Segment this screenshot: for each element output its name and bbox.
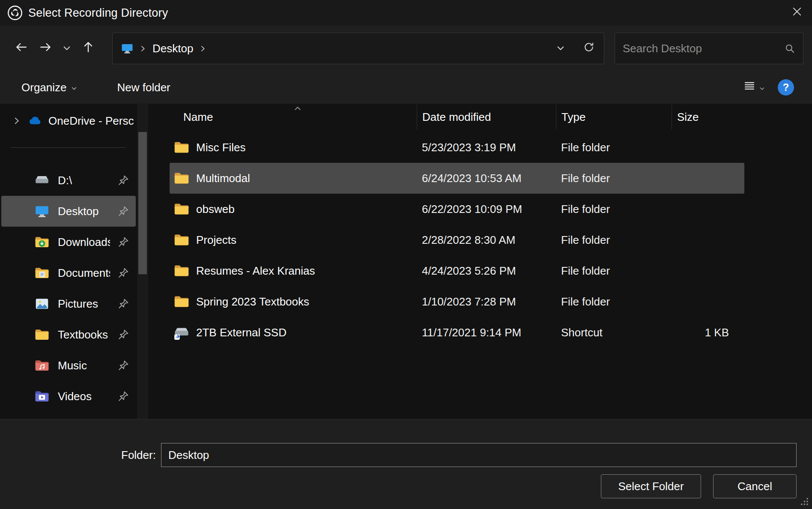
- sidebar-item-videos[interactable]: Videos: [1, 381, 136, 412]
- chevron-right-icon: [199, 45, 206, 52]
- organize-button[interactable]: Organize: [18, 75, 81, 99]
- refresh-button[interactable]: [577, 36, 600, 61]
- search-input[interactable]: [623, 42, 780, 55]
- column-header-type[interactable]: Type: [556, 105, 672, 129]
- close-icon: [791, 6, 803, 21]
- resize-grip[interactable]: [800, 497, 809, 506]
- list-view-icon: [743, 80, 756, 96]
- file-name: Misc Files: [196, 141, 246, 154]
- file-type: File folder: [556, 295, 672, 308]
- folder-icon: [173, 201, 190, 218]
- downloads-folder-icon: [34, 234, 50, 250]
- pin-icon[interactable]: [118, 175, 129, 186]
- file-row[interactable]: obsweb 6/22/2023 10:09 PM File folder: [170, 194, 744, 225]
- sidebar-item-desktop[interactable]: Desktop: [1, 196, 136, 227]
- pin-icon[interactable]: [118, 206, 129, 217]
- folder-field-row: Folder:: [121, 443, 797, 467]
- folder-label: Folder:: [121, 449, 156, 462]
- onedrive-icon: [27, 113, 42, 129]
- column-label: Name: [183, 111, 213, 124]
- refresh-icon: [583, 41, 595, 56]
- command-bar: Organize New folder ?: [0, 71, 812, 104]
- column-headers: Name Date modified Type Size: [148, 105, 812, 129]
- file-row[interactable]: Resumes - Alex Kranias 4/24/2023 5:26 PM…: [170, 255, 744, 286]
- videos-folder-icon: [34, 388, 50, 404]
- pictures-icon: [34, 296, 50, 312]
- file-type: File folder: [556, 264, 672, 278]
- pin-icon[interactable]: [118, 391, 129, 402]
- sidebar-item-label: Textbooks: [58, 328, 108, 341]
- address-dropdown-button[interactable]: [549, 36, 572, 61]
- search-box: [615, 33, 803, 64]
- arrow-left-icon: [15, 40, 28, 57]
- file-row[interactable]: Multimodal 6/24/2023 10:53 AM File folde…: [170, 163, 744, 194]
- column-label: Date modified: [422, 111, 491, 124]
- column-header-date-modified[interactable]: Date modified: [417, 105, 556, 129]
- folder-name-input[interactable]: [161, 443, 797, 467]
- file-row[interactable]: 2TB External SSD 11/17/2021 9:14 PM Shor…: [170, 317, 744, 348]
- sidebar-item-label: Pictures: [58, 297, 98, 311]
- sidebar-item-label: D:\: [58, 174, 72, 187]
- desktop-location-icon: [120, 42, 134, 55]
- file-row[interactable]: Spring 2023 Textbooks 1/10/2023 7:28 PM …: [170, 286, 744, 317]
- expand-chevron-icon[interactable]: [12, 117, 21, 125]
- pin-icon[interactable]: [118, 360, 129, 371]
- documents-folder-icon: [34, 265, 50, 281]
- back-button[interactable]: [9, 36, 33, 60]
- sidebar-item-documents[interactable]: Documents: [1, 257, 136, 288]
- recent-locations-button[interactable]: [57, 36, 76, 60]
- file-type: File folder: [556, 172, 672, 185]
- window-title: Select Recording Directory: [28, 6, 168, 20]
- sidebar-item-music[interactable]: Music: [1, 350, 136, 381]
- close-button[interactable]: [782, 0, 812, 26]
- pin-icon[interactable]: [118, 329, 129, 340]
- chevron-right-icon: [139, 45, 146, 52]
- navigation-bar: Desktop: [0, 26, 812, 71]
- file-name: obsweb: [196, 203, 235, 216]
- pin-icon[interactable]: [118, 298, 129, 309]
- file-type: File folder: [556, 141, 672, 154]
- music-folder-icon: [34, 357, 50, 374]
- chevron-down-icon: [759, 86, 765, 91]
- file-row[interactable]: Projects 2/28/2022 8:30 AM File folder: [170, 225, 744, 255]
- column-header-name[interactable]: Name: [148, 105, 417, 129]
- dialog-footer: Folder: Select Folder Cancel: [0, 419, 812, 509]
- sidebar-item-downloads[interactable]: Downloads: [1, 227, 136, 257]
- desktop-icon: [34, 203, 50, 219]
- new-folder-button[interactable]: New folder: [114, 75, 174, 99]
- column-header-size[interactable]: Size: [672, 105, 747, 129]
- sidebar-item-label: Videos: [58, 390, 92, 403]
- pin-icon[interactable]: [118, 237, 129, 248]
- sidebar-item-label: Desktop: [58, 205, 99, 218]
- file-name: Resumes - Alex Kranias: [196, 264, 315, 278]
- sort-ascending-icon: [294, 105, 302, 112]
- change-view-button[interactable]: [743, 75, 765, 99]
- file-date-modified: 6/22/2023 10:09 PM: [417, 203, 556, 216]
- breadcrumb-desktop[interactable]: Desktop: [152, 42, 194, 55]
- sidebar-item-textbooks[interactable]: Textbooks: [1, 319, 136, 350]
- up-button[interactable]: [76, 36, 100, 60]
- sidebar-item-onedrive[interactable]: OneDrive - Persc: [1, 107, 136, 135]
- file-row[interactable]: Misc Files 5/23/2023 3:19 PM File folder: [170, 132, 744, 163]
- select-recording-directory-dialog: Select Recording Directory Desktop Organ…: [0, 0, 812, 509]
- sidebar-item-label: Music: [58, 359, 87, 372]
- sidebar-item-d-drive[interactable]: D:\: [1, 165, 136, 196]
- help-icon: ?: [778, 79, 794, 96]
- cancel-button[interactable]: Cancel: [713, 474, 797, 498]
- sidebar-scrollbar[interactable]: [137, 104, 148, 419]
- folder-icon: [173, 262, 190, 279]
- file-rows: Misc Files 5/23/2023 3:19 PM File folder…: [148, 132, 812, 348]
- forward-button[interactable]: [33, 36, 57, 60]
- help-button[interactable]: ?: [778, 79, 794, 96]
- chevron-down-icon: [71, 85, 77, 91]
- address-bar[interactable]: Desktop: [112, 33, 604, 64]
- select-folder-button[interactable]: Select Folder: [601, 474, 701, 498]
- organize-label: Organize: [21, 81, 67, 94]
- navigation-pane: OneDrive - Persc D:\ Desktop Downloads D…: [0, 104, 137, 419]
- sidebar-item-label: Downloads: [58, 236, 110, 249]
- scrollbar-thumb[interactable]: [138, 132, 147, 274]
- pin-icon[interactable]: [118, 267, 129, 278]
- folder-icon: [173, 170, 190, 187]
- folder-icon: [173, 293, 190, 310]
- sidebar-item-pictures[interactable]: Pictures: [1, 288, 136, 319]
